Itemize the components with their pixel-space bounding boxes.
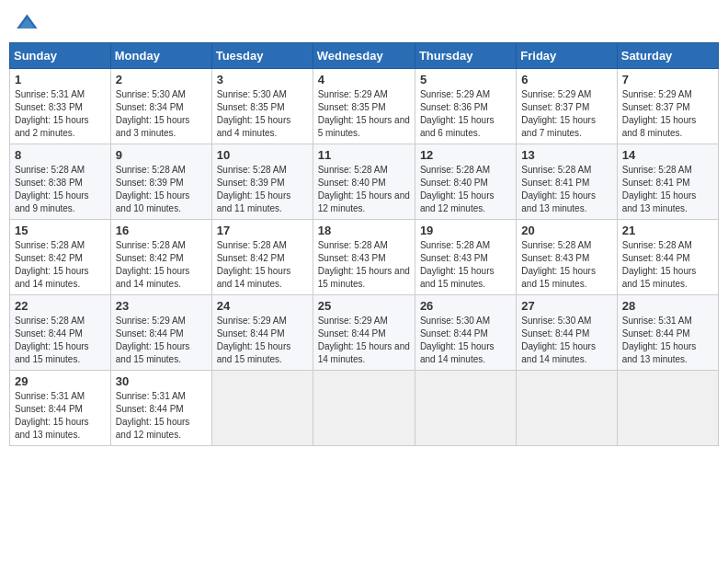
weekday-header-sunday: Sunday — [10, 43, 111, 69]
day-info: Sunrise: 5:29 AMSunset: 8:37 PMDaylight:… — [622, 88, 713, 140]
week-row-3: 15Sunrise: 5:28 AMSunset: 8:42 PMDayligh… — [10, 220, 719, 295]
week-row-5: 29Sunrise: 5:31 AMSunset: 8:44 PMDayligh… — [10, 371, 719, 446]
day-info: Sunrise: 5:28 AMSunset: 8:39 PMDaylight:… — [116, 164, 207, 215]
weekday-header-row: SundayMondayTuesdayWednesdayThursdayFrid… — [10, 43, 719, 69]
weekday-header-thursday: Thursday — [415, 43, 516, 69]
day-cell-4: 4Sunrise: 5:29 AMSunset: 8:35 PMDaylight… — [313, 69, 415, 144]
week-row-2: 8Sunrise: 5:28 AMSunset: 8:38 PMDaylight… — [10, 144, 719, 220]
day-info: Sunrise: 5:31 AMSunset: 8:44 PMDaylight:… — [622, 315, 713, 366]
day-info: Sunrise: 5:28 AMSunset: 8:40 PMDaylight:… — [318, 164, 410, 215]
day-info: Sunrise: 5:28 AMSunset: 8:43 PMDaylight:… — [420, 239, 511, 291]
day-number: 21 — [622, 224, 713, 237]
day-number: 23 — [116, 299, 207, 313]
day-number: 26 — [420, 299, 511, 313]
day-info: Sunrise: 5:28 AMSunset: 8:41 PMDaylight:… — [622, 164, 713, 215]
day-cell-23: 23Sunrise: 5:29 AMSunset: 8:44 PMDayligh… — [110, 295, 211, 371]
day-cell-13: 13Sunrise: 5:28 AMSunset: 8:41 PMDayligh… — [517, 144, 617, 220]
day-cell-20: 20Sunrise: 5:28 AMSunset: 8:43 PMDayligh… — [517, 220, 617, 295]
day-cell-18: 18Sunrise: 5:28 AMSunset: 8:43 PMDayligh… — [313, 220, 415, 295]
day-info: Sunrise: 5:31 AMSunset: 8:44 PMDaylight:… — [15, 390, 106, 442]
logo — [13, 9, 40, 35]
day-info: Sunrise: 5:28 AMSunset: 8:40 PMDaylight:… — [420, 164, 511, 215]
day-cell-14: 14Sunrise: 5:28 AMSunset: 8:41 PMDayligh… — [617, 144, 718, 220]
day-cell-3: 3Sunrise: 5:30 AMSunset: 8:35 PMDaylight… — [211, 69, 313, 144]
day-info: Sunrise: 5:28 AMSunset: 8:42 PMDaylight:… — [116, 239, 207, 291]
day-number: 1 — [15, 73, 106, 86]
day-cell-29: 29Sunrise: 5:31 AMSunset: 8:44 PMDayligh… — [10, 371, 111, 446]
empty-cell — [415, 371, 516, 446]
day-cell-19: 19Sunrise: 5:28 AMSunset: 8:43 PMDayligh… — [415, 220, 516, 295]
day-cell-24: 24Sunrise: 5:29 AMSunset: 8:44 PMDayligh… — [211, 295, 313, 371]
day-cell-27: 27Sunrise: 5:30 AMSunset: 8:44 PMDayligh… — [517, 295, 617, 371]
day-info: Sunrise: 5:29 AMSunset: 8:44 PMDaylight:… — [116, 315, 207, 366]
empty-cell — [313, 371, 415, 446]
logo-icon — [13, 9, 39, 35]
day-number: 18 — [318, 224, 410, 237]
day-number: 24 — [217, 299, 308, 313]
day-info: Sunrise: 5:28 AMSunset: 8:42 PMDaylight:… — [217, 239, 308, 291]
day-number: 4 — [318, 73, 410, 86]
day-cell-12: 12Sunrise: 5:28 AMSunset: 8:40 PMDayligh… — [415, 144, 516, 220]
day-info: Sunrise: 5:31 AMSunset: 8:33 PMDaylight:… — [15, 88, 106, 140]
week-row-1: 1Sunrise: 5:31 AMSunset: 8:33 PMDaylight… — [10, 69, 719, 144]
day-info: Sunrise: 5:29 AMSunset: 8:37 PMDaylight:… — [521, 88, 611, 140]
day-cell-11: 11Sunrise: 5:28 AMSunset: 8:40 PMDayligh… — [313, 144, 415, 220]
day-number: 16 — [116, 224, 207, 237]
day-cell-16: 16Sunrise: 5:28 AMSunset: 8:42 PMDayligh… — [110, 220, 211, 295]
day-cell-5: 5Sunrise: 5:29 AMSunset: 8:36 PMDaylight… — [415, 69, 516, 144]
day-cell-7: 7Sunrise: 5:29 AMSunset: 8:37 PMDaylight… — [617, 69, 718, 144]
day-number: 13 — [521, 148, 611, 162]
day-info: Sunrise: 5:28 AMSunset: 8:43 PMDaylight:… — [318, 239, 410, 291]
empty-cell — [617, 371, 718, 446]
day-info: Sunrise: 5:29 AMSunset: 8:44 PMDaylight:… — [217, 315, 308, 366]
day-info: Sunrise: 5:28 AMSunset: 8:44 PMDaylight:… — [622, 239, 713, 291]
day-number: 8 — [15, 148, 106, 162]
weekday-header-monday: Monday — [110, 43, 211, 69]
day-number: 30 — [116, 374, 207, 388]
day-number: 15 — [15, 224, 106, 237]
day-info: Sunrise: 5:28 AMSunset: 8:38 PMDaylight:… — [15, 164, 106, 215]
day-info: Sunrise: 5:29 AMSunset: 8:36 PMDaylight:… — [420, 88, 511, 140]
day-info: Sunrise: 5:29 AMSunset: 8:35 PMDaylight:… — [318, 88, 410, 140]
page-header — [9, 9, 719, 35]
day-cell-28: 28Sunrise: 5:31 AMSunset: 8:44 PMDayligh… — [617, 295, 718, 371]
day-number: 17 — [217, 224, 308, 237]
day-info: Sunrise: 5:28 AMSunset: 8:42 PMDaylight:… — [15, 239, 106, 291]
day-number: 25 — [318, 299, 410, 313]
day-number: 7 — [622, 73, 713, 86]
day-cell-25: 25Sunrise: 5:29 AMSunset: 8:44 PMDayligh… — [313, 295, 415, 371]
day-cell-2: 2Sunrise: 5:30 AMSunset: 8:34 PMDaylight… — [110, 69, 211, 144]
empty-cell — [211, 371, 313, 446]
day-number: 12 — [420, 148, 511, 162]
day-number: 19 — [420, 224, 511, 237]
day-info: Sunrise: 5:28 AMSunset: 8:43 PMDaylight:… — [521, 239, 611, 291]
day-cell-1: 1Sunrise: 5:31 AMSunset: 8:33 PMDaylight… — [10, 69, 111, 144]
day-info: Sunrise: 5:30 AMSunset: 8:34 PMDaylight:… — [116, 88, 207, 140]
day-cell-21: 21Sunrise: 5:28 AMSunset: 8:44 PMDayligh… — [617, 220, 718, 295]
day-number: 10 — [217, 148, 308, 162]
calendar-table: SundayMondayTuesdayWednesdayThursdayFrid… — [9, 42, 719, 446]
day-info: Sunrise: 5:31 AMSunset: 8:44 PMDaylight:… — [116, 390, 207, 442]
day-number: 29 — [15, 374, 106, 388]
day-cell-17: 17Sunrise: 5:28 AMSunset: 8:42 PMDayligh… — [211, 220, 313, 295]
day-number: 6 — [521, 73, 611, 86]
day-cell-10: 10Sunrise: 5:28 AMSunset: 8:39 PMDayligh… — [211, 144, 313, 220]
day-number: 2 — [116, 73, 207, 86]
day-cell-22: 22Sunrise: 5:28 AMSunset: 8:44 PMDayligh… — [10, 295, 111, 371]
day-info: Sunrise: 5:29 AMSunset: 8:44 PMDaylight:… — [318, 315, 410, 366]
day-info: Sunrise: 5:28 AMSunset: 8:39 PMDaylight:… — [217, 164, 308, 215]
day-number: 14 — [622, 148, 713, 162]
weekday-header-wednesday: Wednesday — [313, 43, 415, 69]
day-info: Sunrise: 5:28 AMSunset: 8:44 PMDaylight:… — [15, 315, 106, 366]
weekday-header-saturday: Saturday — [617, 43, 718, 69]
day-info: Sunrise: 5:30 AMSunset: 8:35 PMDaylight:… — [217, 88, 308, 140]
day-number: 11 — [318, 148, 410, 162]
day-cell-15: 15Sunrise: 5:28 AMSunset: 8:42 PMDayligh… — [10, 220, 111, 295]
day-info: Sunrise: 5:30 AMSunset: 8:44 PMDaylight:… — [521, 315, 611, 366]
day-number: 28 — [622, 299, 713, 313]
day-number: 20 — [521, 224, 611, 237]
empty-cell — [517, 371, 617, 446]
day-number: 5 — [420, 73, 511, 86]
week-row-4: 22Sunrise: 5:28 AMSunset: 8:44 PMDayligh… — [10, 295, 719, 371]
day-cell-6: 6Sunrise: 5:29 AMSunset: 8:37 PMDaylight… — [517, 69, 617, 144]
